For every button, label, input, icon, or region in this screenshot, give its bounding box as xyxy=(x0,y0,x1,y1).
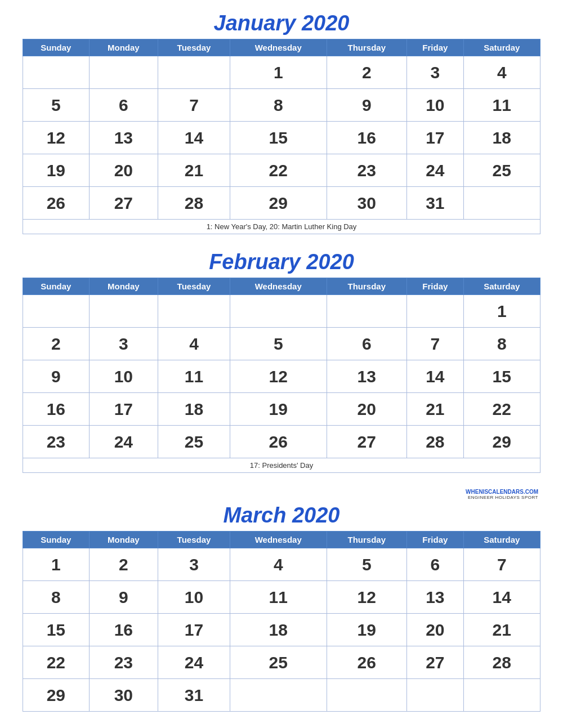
day-cell: 6 xyxy=(327,328,407,360)
watermark-sub: ENGINEER HOLIDAYS SPORT xyxy=(23,495,538,500)
january-section: January 2020 Sunday Monday Tuesday Wedne… xyxy=(23,11,540,234)
day-cell: 22 xyxy=(230,154,327,187)
table-row: 23242526272829 xyxy=(23,426,540,458)
day-cell xyxy=(158,295,230,328)
day-cell: 14 xyxy=(463,581,540,614)
day-cell: 5 xyxy=(327,548,407,581)
day-cell: 11 xyxy=(463,89,540,122)
day-cell: 31 xyxy=(158,679,230,712)
day-cell: 3 xyxy=(158,548,230,581)
mar-header-wed: Wednesday xyxy=(230,532,327,548)
day-cell: 17 xyxy=(407,122,464,154)
day-cell: 6 xyxy=(407,548,464,581)
mar-header-tue: Tuesday xyxy=(158,532,230,548)
table-row: 19202122232425 xyxy=(23,154,540,187)
day-cell: 5 xyxy=(230,328,327,360)
table-row: 567891011 xyxy=(23,89,540,122)
day-cell: 4 xyxy=(158,328,230,360)
day-cell xyxy=(327,679,407,712)
day-cell: 21 xyxy=(463,614,540,646)
table-row: 1234 xyxy=(23,56,540,89)
feb-header-sun: Sunday xyxy=(23,278,90,295)
holidays-row: 17: Presidents' Day xyxy=(23,458,540,473)
day-cell: 21 xyxy=(158,154,230,187)
march-table: Sunday Monday Tuesday Wednesday Thursday… xyxy=(23,531,540,712)
mar-header-thu: Thursday xyxy=(327,532,407,548)
day-cell: 6 xyxy=(89,89,158,122)
day-cell: 27 xyxy=(407,646,464,679)
day-cell: 26 xyxy=(230,426,327,458)
day-cell: 16 xyxy=(23,393,90,426)
feb-header-sat: Saturday xyxy=(463,278,540,295)
day-cell: 10 xyxy=(158,581,230,614)
day-cell: 28 xyxy=(463,646,540,679)
day-cell: 22 xyxy=(23,646,90,679)
day-cell: 2 xyxy=(327,56,407,89)
day-cell: 18 xyxy=(230,614,327,646)
day-cell: 22 xyxy=(463,393,540,426)
day-cell: 13 xyxy=(407,581,464,614)
day-cell xyxy=(23,295,90,328)
table-row: 262728293031 xyxy=(23,187,540,220)
day-cell: 13 xyxy=(89,122,158,154)
day-cell: 11 xyxy=(158,360,230,393)
day-cell: 4 xyxy=(230,548,327,581)
day-cell: 30 xyxy=(327,187,407,220)
day-cell: 23 xyxy=(23,426,90,458)
february-title: February 2020 xyxy=(23,250,540,274)
day-cell: 11 xyxy=(230,581,327,614)
day-cell: 27 xyxy=(89,187,158,220)
march-header-row: Sunday Monday Tuesday Wednesday Thursday… xyxy=(23,532,540,548)
day-cell: 19 xyxy=(230,393,327,426)
day-cell: 1 xyxy=(463,295,540,328)
holidays-row: 1: New Year's Day, 20: Martin Luther Kin… xyxy=(23,220,540,234)
watermark-main: WHENISCALENDARS.COM xyxy=(466,489,538,495)
mar-header-sun: Sunday xyxy=(23,532,90,548)
day-cell: 4 xyxy=(463,56,540,89)
day-cell: 1 xyxy=(230,56,327,89)
mar-header-sat: Saturday xyxy=(463,532,540,548)
day-cell: 25 xyxy=(158,426,230,458)
day-cell: 12 xyxy=(327,581,407,614)
february-section: February 2020 Sunday Monday Tuesday Wedn… xyxy=(23,250,540,473)
day-cell: 16 xyxy=(89,614,158,646)
day-cell: 23 xyxy=(327,154,407,187)
jan-header-thu: Thursday xyxy=(327,39,407,56)
day-cell: 20 xyxy=(407,614,464,646)
mar-header-fri: Friday xyxy=(407,532,464,548)
day-cell: 13 xyxy=(327,360,407,393)
day-cell: 10 xyxy=(89,360,158,393)
day-cell: 1 xyxy=(23,548,90,581)
day-cell: 19 xyxy=(23,154,90,187)
day-cell: 26 xyxy=(327,646,407,679)
day-cell: 3 xyxy=(407,56,464,89)
feb-header-wed: Wednesday xyxy=(230,278,327,295)
jan-header-tue: Tuesday xyxy=(158,39,230,56)
day-cell: 24 xyxy=(158,646,230,679)
january-header-row: Sunday Monday Tuesday Wednesday Thursday… xyxy=(23,39,540,56)
day-cell: 20 xyxy=(89,154,158,187)
day-cell: 12 xyxy=(23,122,90,154)
day-cell: 9 xyxy=(327,89,407,122)
table-row: 891011121314 xyxy=(23,581,540,614)
january-title: January 2020 xyxy=(23,11,540,35)
table-row: 2345678 xyxy=(23,328,540,360)
feb-header-thu: Thursday xyxy=(327,278,407,295)
day-cell: 25 xyxy=(463,154,540,187)
day-cell: 10 xyxy=(407,89,464,122)
day-cell xyxy=(463,187,540,220)
watermark: WHENISCALENDARS.COM ENGINEER HOLIDAYS SP… xyxy=(23,489,540,500)
day-cell xyxy=(23,56,90,89)
jan-header-wed: Wednesday xyxy=(230,39,327,56)
jan-header-sun: Sunday xyxy=(23,39,90,56)
day-cell: 15 xyxy=(23,614,90,646)
day-cell: 12 xyxy=(230,360,327,393)
table-row: 1 xyxy=(23,295,540,328)
table-row: 1234567 xyxy=(23,548,540,581)
day-cell: 8 xyxy=(23,581,90,614)
jan-header-fri: Friday xyxy=(407,39,464,56)
day-cell: 24 xyxy=(89,426,158,458)
day-cell: 29 xyxy=(230,187,327,220)
day-cell: 2 xyxy=(89,548,158,581)
day-cell xyxy=(327,295,407,328)
